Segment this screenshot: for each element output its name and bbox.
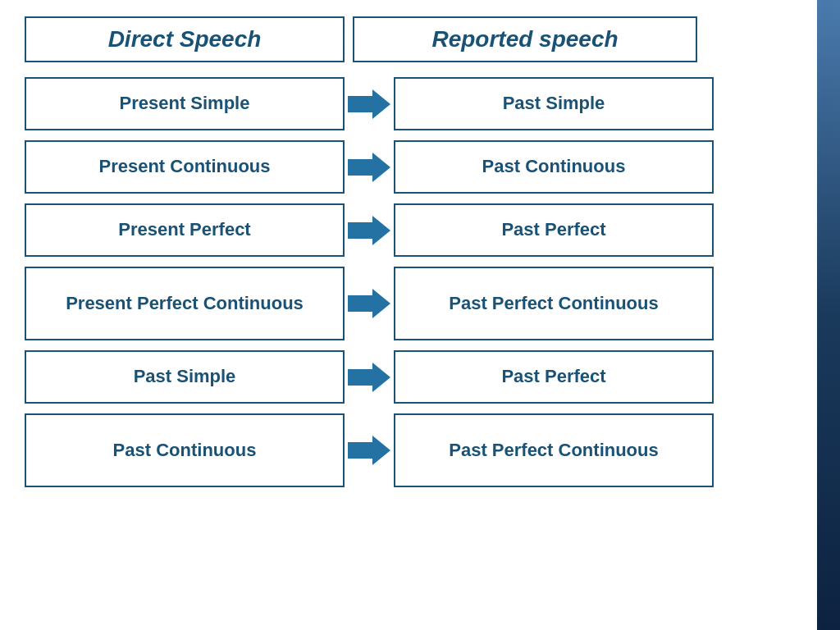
svg-marker-4 xyxy=(348,363,390,392)
tense-row-0: Present Simple Past Simple xyxy=(25,77,792,130)
svg-marker-0 xyxy=(348,89,390,119)
right-tense-5: Past Perfect Continuous xyxy=(394,413,714,487)
tense-row-4: Past Simple Past Perfect xyxy=(25,350,792,404)
arrow-icon xyxy=(348,289,390,318)
svg-marker-5 xyxy=(348,436,390,465)
tense-rows-container: Present Simple Past SimplePresent Contin… xyxy=(25,77,792,497)
arrow-3 xyxy=(345,289,394,318)
arrow-icon xyxy=(348,153,390,182)
tense-row-5: Past Continuous Past Perfect Continuous xyxy=(25,413,792,487)
tense-row-1: Present Continuous Past Continuous xyxy=(25,140,792,194)
arrow-5 xyxy=(345,436,394,465)
header-row: Direct Speech Reported speech xyxy=(25,16,792,62)
right-tense-3: Past Perfect Continuous xyxy=(394,267,714,340)
left-tense-3: Present Perfect Continuous xyxy=(25,267,345,340)
tense-row-2: Present Perfect Past Perfect xyxy=(25,203,792,257)
reported-speech-header: Reported speech xyxy=(353,16,697,62)
arrow-icon xyxy=(348,89,390,119)
arrow-1 xyxy=(345,153,394,182)
right-sidebar xyxy=(817,0,840,630)
svg-marker-2 xyxy=(348,216,390,245)
tense-row-3: Present Perfect Continuous Past Perfect … xyxy=(25,267,792,340)
left-tense-4: Past Simple xyxy=(25,350,345,404)
direct-speech-header: Direct Speech xyxy=(25,16,345,62)
arrow-4 xyxy=(345,363,394,392)
right-tense-1: Past Continuous xyxy=(394,140,714,194)
left-tense-2: Present Perfect xyxy=(25,203,345,257)
right-tense-2: Past Perfect xyxy=(394,203,714,257)
left-tense-1: Present Continuous xyxy=(25,140,345,194)
arrow-icon xyxy=(348,216,390,245)
right-tense-4: Past Perfect xyxy=(394,350,714,404)
left-tense-5: Past Continuous xyxy=(25,413,345,487)
arrow-icon xyxy=(348,436,390,465)
arrow-2 xyxy=(345,216,394,245)
arrow-icon xyxy=(348,363,390,392)
svg-marker-1 xyxy=(348,153,390,182)
svg-marker-3 xyxy=(348,289,390,318)
main-content: Direct Speech Reported speech Present Si… xyxy=(0,0,817,630)
right-tense-0: Past Simple xyxy=(394,77,714,130)
arrow-0 xyxy=(345,89,394,119)
left-tense-0: Present Simple xyxy=(25,77,345,130)
